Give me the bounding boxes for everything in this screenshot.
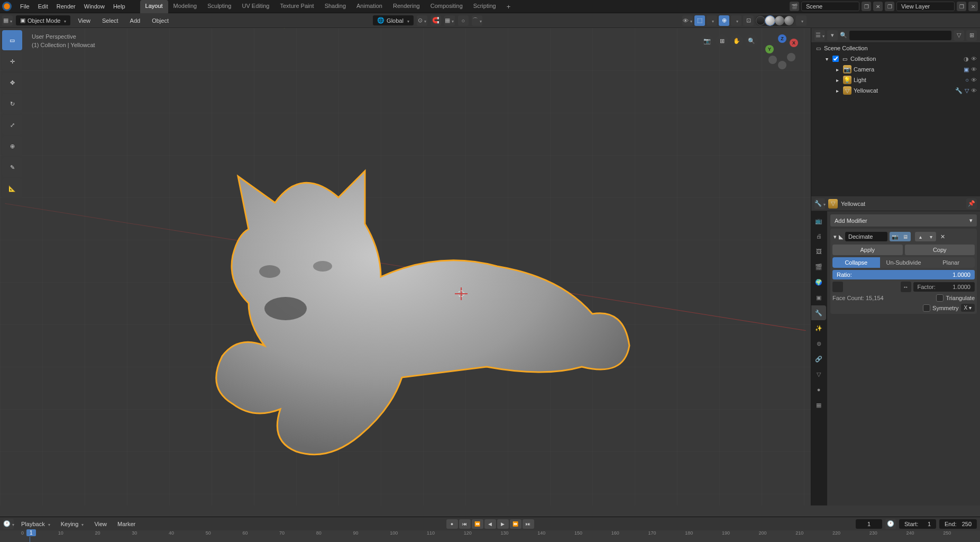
- proportional-falloff-button[interactable]: ⌒: [472, 15, 482, 26]
- object-tab-icon[interactable]: ▣: [811, 290, 826, 305]
- timeline-view-menu[interactable]: View: [91, 519, 110, 529]
- copy-modifier-button[interactable]: Copy: [905, 245, 975, 255]
- vertex-group-button[interactable]: [832, 282, 843, 292]
- start-frame-input[interactable]: Start: 1: [899, 519, 936, 529]
- tab-texture-paint[interactable]: Texture Paint: [274, 0, 319, 13]
- shading-options-button[interactable]: [796, 15, 807, 26]
- tree-camera[interactable]: ▸ 📷 Camera ▣ 👁: [811, 64, 980, 75]
- header-menu-view[interactable]: View: [74, 15, 95, 26]
- mesh-object-yellowcat[interactable]: [201, 155, 635, 473]
- solid-shading-button[interactable]: [765, 16, 775, 25]
- light-data-icon[interactable]: ○: [965, 77, 969, 83]
- material-tab-icon[interactable]: ●: [811, 382, 826, 397]
- pan-view-button[interactable]: ✋: [730, 34, 743, 47]
- properties-editor-type[interactable]: 🔧: [814, 198, 825, 209]
- measure-tool[interactable]: 📐: [2, 178, 22, 198]
- world-tab-icon[interactable]: 🌍: [811, 275, 826, 290]
- remove-modifier-button[interactable]: ✕: [940, 233, 945, 240]
- annotate-tool[interactable]: ✎: [2, 157, 22, 177]
- add-modifier-button[interactable]: Add Modifier ▾: [830, 214, 977, 227]
- viewport-3d[interactable]: User Perspective (1) Collection | Yellow…: [0, 28, 811, 505]
- scene-name-input[interactable]: [801, 2, 859, 11]
- jump-prev-key-button[interactable]: ⏪: [472, 519, 483, 529]
- tab-layout[interactable]: Layout: [140, 0, 168, 13]
- overlays-options-button[interactable]: [731, 15, 741, 26]
- exclude-icon[interactable]: ◑: [964, 56, 969, 62]
- disclosure-icon[interactable]: ▾: [823, 55, 830, 62]
- outliner-editor-type[interactable]: ☰: [814, 30, 825, 41]
- move-up-button[interactable]: ▴: [915, 232, 926, 241]
- pivot-point-button[interactable]: ⊙: [417, 15, 427, 26]
- tab-compositing[interactable]: Compositing: [425, 0, 468, 13]
- tree-scene-collection[interactable]: ▭ Scene Collection: [811, 43, 980, 53]
- output-tab-icon[interactable]: 🖨: [811, 229, 826, 243]
- disclosure-icon[interactable]: ▸: [834, 66, 841, 73]
- auto-keying-button[interactable]: ●: [446, 519, 458, 529]
- outliner-display-mode[interactable]: ▾: [827, 30, 838, 41]
- tab-rendering[interactable]: Rendering: [388, 0, 425, 13]
- eye-icon[interactable]: 👁: [971, 56, 977, 62]
- mode-selector[interactable]: ▣ Object Mode: [16, 15, 70, 25]
- jump-next-key-button[interactable]: ⏩: [510, 519, 521, 529]
- cursor-tool[interactable]: ✛: [2, 51, 22, 71]
- ratio-slider[interactable]: Ratio: 1.0000: [832, 270, 975, 279]
- rendered-shading-button[interactable]: [784, 16, 794, 25]
- gizmo-options-button[interactable]: [707, 15, 717, 26]
- triangulate-checkbox[interactable]: [936, 294, 944, 302]
- scene-browse-icon[interactable]: 🎬: [790, 2, 799, 11]
- scene-new-button[interactable]: ❐: [862, 2, 871, 11]
- orientation-selector[interactable]: 🌐 Global: [373, 15, 414, 25]
- tree-light[interactable]: ▸ 💡 Light ○ 👁: [811, 75, 980, 85]
- modifier-name-input[interactable]: [845, 232, 887, 241]
- move-tool[interactable]: ✥: [2, 73, 22, 93]
- header-menu-select[interactable]: Select: [98, 15, 123, 26]
- timeline-keying-menu[interactable]: Keying: [58, 519, 87, 529]
- select-box-tool[interactable]: ▭: [2, 30, 22, 50]
- gizmo-neg-y[interactable]: [787, 53, 795, 61]
- planar-mode-tab[interactable]: Planar: [927, 257, 975, 268]
- visibility-dropdown[interactable]: 👁: [682, 15, 693, 26]
- toggle-view-button[interactable]: ⊞: [716, 34, 728, 47]
- viewlayer-browse-icon[interactable]: ❐: [885, 2, 894, 11]
- mesh-data-tab-icon[interactable]: ▽: [811, 367, 826, 382]
- eye-icon[interactable]: 👁: [971, 87, 977, 94]
- preview-range-button[interactable]: 🕐: [885, 519, 896, 529]
- tab-shading[interactable]: Shading: [319, 0, 351, 13]
- particles-tab-icon[interactable]: ✨: [811, 321, 826, 336]
- xray-toggle-button[interactable]: ⊡: [743, 15, 754, 26]
- viewlayer-new-button[interactable]: ❐: [957, 2, 966, 11]
- gizmo-toggle-button[interactable]: ⬚: [694, 15, 705, 26]
- eye-icon[interactable]: 👁: [971, 77, 977, 83]
- timeline-playback-menu[interactable]: Playback: [18, 519, 53, 529]
- play-button[interactable]: ▶: [497, 519, 509, 529]
- tab-modeling[interactable]: Modeling: [168, 0, 203, 13]
- render-tab-icon[interactable]: 📺: [811, 213, 826, 228]
- show-render-toggle[interactable]: 📷: [890, 232, 900, 241]
- modifier-tab-icon[interactable]: 🔧: [811, 305, 826, 320]
- scale-tool[interactable]: ⤢: [2, 115, 22, 135]
- constraints-tab-icon[interactable]: 🔗: [811, 351, 826, 366]
- disclosure-icon[interactable]: ▾: [834, 233, 837, 240]
- timeline-editor-type[interactable]: 🕐: [3, 519, 14, 529]
- header-menu-add[interactable]: Add: [126, 15, 145, 26]
- wireframe-shading-button[interactable]: [756, 16, 765, 25]
- disclosure-icon[interactable]: ▸: [834, 76, 841, 84]
- gizmo-y-axis[interactable]: Y: [765, 45, 774, 53]
- pin-button[interactable]: 📌: [966, 198, 977, 209]
- outliner-filter-button[interactable]: ▽: [954, 30, 964, 41]
- tab-uv-editing[interactable]: UV Editing: [236, 0, 274, 13]
- unsubdivide-mode-tab[interactable]: Un-Subdivide: [880, 257, 928, 268]
- playhead-marker[interactable]: 1: [26, 529, 36, 536]
- show-viewport-toggle[interactable]: 🖥: [900, 232, 911, 241]
- proportional-edit-button[interactable]: ○: [458, 15, 469, 26]
- move-down-button[interactable]: ▾: [926, 232, 936, 241]
- viewlayer-tab-icon[interactable]: 🖼: [811, 244, 826, 259]
- timeline-track[interactable]: 1 01020304050607080901001101201301401501…: [0, 530, 980, 542]
- disclosure-icon[interactable]: ▸: [834, 87, 841, 94]
- gizmo-neg-x[interactable]: [768, 56, 777, 64]
- snap-options-button[interactable]: ▦: [444, 15, 455, 26]
- scene-tab-icon[interactable]: 🎬: [811, 259, 826, 274]
- add-workspace-button[interactable]: +: [501, 0, 516, 13]
- zoom-view-button[interactable]: 🔍: [745, 34, 758, 47]
- texture-tab-icon[interactable]: ▦: [811, 398, 826, 412]
